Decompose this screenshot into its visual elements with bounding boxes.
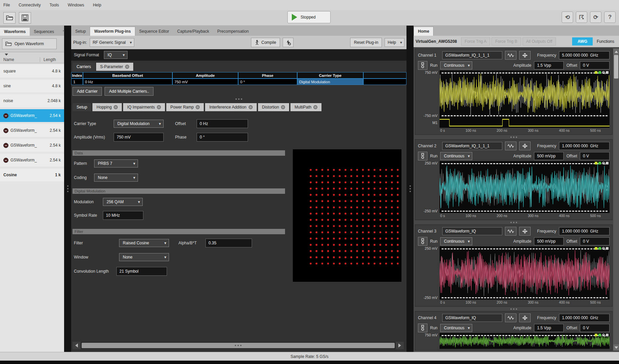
- list-item-gswaveform[interactable]: GSWaveform_2.54 k: [0, 124, 64, 137]
- list-item-sine[interactable]: sine4.8 k: [0, 80, 64, 92]
- add-carrier-button[interactable]: Add Carrier: [73, 87, 102, 96]
- channel-offset-input[interactable]: [580, 152, 610, 160]
- marker-setup-icon[interactable]: [519, 227, 531, 236]
- channel-amplitude-input[interactable]: [534, 237, 564, 245]
- open-file-button[interactable]: [3, 12, 16, 24]
- symbol-rate-input[interactable]: [103, 211, 143, 220]
- scroll-left-icon[interactable]: [73, 342, 81, 349]
- run-mode-select[interactable]: Continuous: [440, 237, 472, 245]
- plugin-select[interactable]: RF Generic Signal: [90, 38, 134, 47]
- output-toggle-icon[interactable]: [418, 237, 427, 246]
- tab-sequences[interactable]: Sequences: [30, 28, 58, 36]
- force-trig-b-button[interactable]: Force Trig B: [491, 37, 521, 46]
- functions-mode-button[interactable]: Functions: [594, 37, 617, 46]
- maximize-icon[interactable]: [606, 71, 609, 74]
- horizontal-scrollbar[interactable]: [73, 342, 404, 349]
- menu-windows[interactable]: Windows: [68, 3, 84, 7]
- output-toggle-icon[interactable]: [418, 324, 427, 332]
- carrier-table-row[interactable]: 1 0 Hz 750 mV 0 ° Digital Modulation: [71, 79, 406, 85]
- tab-carriers[interactable]: Carriers: [73, 63, 95, 71]
- subtab-interference-addition[interactable]: Interference Addition: [205, 103, 256, 111]
- maximize-icon[interactable]: [606, 162, 609, 164]
- tab-s-parameter[interactable]: S-Parameter: [96, 63, 133, 71]
- menu-help[interactable]: Help: [93, 3, 101, 7]
- splitter-grip[interactable]: [71, 98, 406, 100]
- right-splitter[interactable]: [406, 26, 414, 352]
- tab-home[interactable]: Home: [414, 27, 433, 36]
- scroll-right-icon[interactable]: [396, 342, 404, 349]
- add-multiple-carriers-button[interactable]: Add Multiple Carriers..: [105, 87, 153, 96]
- run-mode-select[interactable]: Continuous: [440, 61, 472, 69]
- vertical-scrollbar[interactable]: [613, 49, 619, 351]
- channel-waveform-input[interactable]: [442, 314, 502, 322]
- marker-setup-icon[interactable]: [519, 313, 531, 322]
- zoom-icon[interactable]: [602, 334, 605, 336]
- channel-waveform-input[interactable]: [442, 142, 502, 150]
- zoom-icon[interactable]: [602, 247, 605, 250]
- column-name[interactable]: Name: [0, 57, 40, 62]
- waveform-assign-icon[interactable]: [505, 313, 516, 322]
- scrollbar-thumb[interactable]: [614, 55, 618, 79]
- maximize-icon[interactable]: [606, 334, 609, 336]
- alpha-input[interactable]: [205, 239, 252, 247]
- refresh-icon[interactable]: ⟳: [590, 11, 601, 23]
- list-column-header[interactable]: Name Length: [0, 52, 64, 63]
- coding-select[interactable]: None: [94, 174, 138, 182]
- signal-format-select[interactable]: IQ: [104, 51, 128, 59]
- frequency-input[interactable]: [559, 51, 610, 59]
- list-item-noise[interactable]: noise2.048 k: [0, 94, 64, 107]
- help-dropdown[interactable]: Help: [385, 38, 404, 47]
- maximize-icon[interactable]: [606, 247, 609, 250]
- modulation-select[interactable]: 256 QAM: [103, 198, 143, 206]
- subtab-hopping[interactable]: Hopping: [92, 103, 122, 111]
- channel-offset-input[interactable]: [580, 324, 610, 332]
- list-item-gswaveform-selected[interactable]: GSWaveform_2.54 k: [0, 109, 64, 122]
- save-file-button[interactable]: [19, 12, 31, 24]
- menu-file[interactable]: File: [3, 3, 10, 7]
- subtab-power-ramp[interactable]: Power Ramp: [166, 103, 204, 111]
- scrollbar-thumb[interactable]: [82, 343, 395, 348]
- tab-setup[interactable]: Setup: [71, 27, 90, 36]
- column-length[interactable]: Length: [40, 57, 56, 62]
- subtab-iq-impairments[interactable]: IQ Impairments: [123, 103, 165, 111]
- channel-waveform-input[interactable]: [442, 51, 502, 59]
- tab-waveform-plugins[interactable]: Waveform Plug-ins: [90, 27, 135, 36]
- tab-capture-playback[interactable]: Capture/Playback: [173, 27, 213, 36]
- awg-mode-button[interactable]: AWG: [572, 37, 593, 46]
- marker-setup-icon[interactable]: [519, 51, 531, 60]
- restore-layout-icon[interactable]: ⟲: [562, 11, 573, 23]
- tab-precompensation[interactable]: Precompensation: [213, 27, 253, 36]
- list-item-gswaveform[interactable]: GSWaveform_2.54 k: [0, 154, 64, 166]
- subtab-setup[interactable]: Setup: [73, 103, 91, 111]
- force-trig-a-button[interactable]: Force Trig A: [461, 37, 490, 46]
- left-splitter[interactable]: [64, 26, 71, 352]
- waveform-assign-icon[interactable]: [505, 142, 516, 150]
- tab-sequence-editor[interactable]: Sequence Editor: [135, 27, 173, 36]
- carrier-type-select[interactable]: Digital Modulation: [114, 120, 164, 128]
- pattern-select[interactable]: PRBS 7: [94, 159, 138, 168]
- touch-mode-icon[interactable]: ☈: [576, 11, 587, 23]
- compile-settings-button[interactable]: [283, 38, 293, 47]
- run-mode-select[interactable]: Continuous: [440, 324, 472, 332]
- zoom-icon[interactable]: [602, 71, 605, 74]
- waveform-assign-icon[interactable]: [505, 51, 516, 60]
- list-item-cosine[interactable]: Cosine1 k: [0, 169, 64, 181]
- channel-offset-input[interactable]: [580, 61, 610, 69]
- menu-connectivity[interactable]: Connectivity: [19, 3, 40, 7]
- channel-separator[interactable]: [415, 307, 613, 311]
- phase-input[interactable]: [197, 133, 248, 142]
- frequency-input[interactable]: [559, 142, 610, 150]
- output-toggle-icon[interactable]: [418, 152, 427, 160]
- help-icon[interactable]: ?: [604, 11, 616, 23]
- scroll-up-icon[interactable]: [613, 49, 619, 55]
- run-mode-select[interactable]: Continuous: [440, 152, 472, 160]
- frequency-input[interactable]: [559, 227, 610, 235]
- channel-amplitude-input[interactable]: [534, 324, 564, 332]
- run-stop-button[interactable]: Stopped: [287, 11, 331, 23]
- window-select[interactable]: None: [119, 253, 169, 261]
- waveform-assign-icon[interactable]: [505, 227, 516, 236]
- reset-plugin-button[interactable]: Reset Plug-in: [350, 38, 382, 47]
- menu-tools[interactable]: Tools: [50, 3, 59, 7]
- channel-waveform-input[interactable]: [442, 227, 502, 235]
- offset-input[interactable]: [197, 119, 248, 128]
